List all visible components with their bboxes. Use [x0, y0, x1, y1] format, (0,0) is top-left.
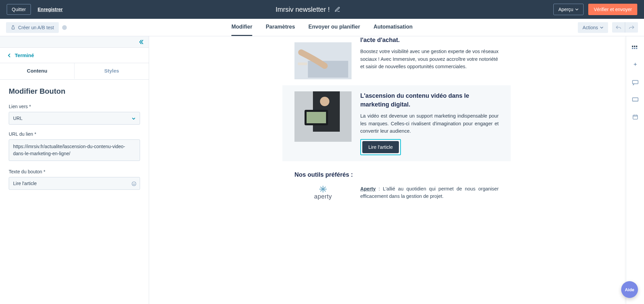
block2-body: La vidéo est devenue un support marketin…	[360, 112, 499, 135]
email-block-social[interactable]: l'acte d'achat. Boostez votre visibilité…	[282, 36, 511, 85]
url-label: URL du lien *	[9, 131, 140, 137]
svg-rect-16	[636, 48, 637, 49]
url-input[interactable]: https://imrsiv.fr/actualite/lascension-d…	[9, 139, 140, 161]
button-text-input[interactable]	[9, 177, 140, 190]
svg-rect-13	[636, 46, 637, 47]
undo-redo-group	[612, 22, 638, 33]
comments-icon[interactable]	[632, 79, 639, 86]
email-block-video[interactable]: L'ascension du contenu vidéo dans le mar…	[282, 85, 511, 161]
panel-tab-styles[interactable]: Styles	[74, 63, 149, 79]
redo-button[interactable]	[625, 22, 638, 33]
modules-icon[interactable]	[632, 44, 639, 51]
read-article-button[interactable]: Lire l'article	[362, 141, 399, 153]
panel-tab-contenu[interactable]: Contenu	[0, 63, 74, 79]
aperty-description: Aperty : L'allié au quotidien qui permet…	[360, 185, 499, 200]
svg-rect-18	[632, 98, 638, 101]
collapse-panel-icon[interactable]	[139, 38, 144, 45]
block-image-camera	[294, 91, 352, 142]
sparkle-icon[interactable]	[632, 61, 639, 69]
top-bar: Quitter Enregistrer Imrsiv newsletter ! …	[0, 0, 644, 19]
svg-rect-9	[307, 112, 326, 123]
tab-automatisation[interactable]: Automatisation	[373, 19, 412, 36]
block-image-keyboard	[294, 42, 352, 79]
right-rail	[626, 36, 644, 304]
help-button[interactable]: Aide	[621, 281, 638, 298]
undo-button[interactable]	[612, 22, 625, 33]
svg-rect-14	[632, 48, 633, 49]
email-canvas[interactable]: l'acte d'achat. Boostez votre visibilité…	[149, 36, 644, 304]
svg-point-10	[320, 97, 329, 106]
info-icon[interactable]	[62, 25, 67, 30]
done-button[interactable]: Terminé	[0, 48, 149, 63]
svg-rect-11	[632, 46, 633, 47]
quit-button[interactable]: Quitter	[7, 4, 31, 15]
chevron-down-icon	[132, 116, 136, 121]
svg-point-0	[132, 182, 136, 186]
svg-rect-4	[308, 61, 348, 78]
verify-send-button[interactable]: Vérifier et envoyer	[588, 4, 637, 15]
svg-rect-19	[633, 115, 638, 119]
edit-title-icon[interactable]	[334, 6, 340, 13]
create-ab-test-button[interactable]: Créer un A/B test	[6, 22, 59, 33]
link-to-label: Lien vers *	[9, 104, 140, 109]
svg-point-2	[135, 183, 135, 183]
block1-body: Boostez votre visibilité avec une gestio…	[360, 48, 499, 70]
svg-rect-15	[634, 48, 635, 49]
button-text-label: Texte du bouton *	[9, 169, 140, 174]
tab-modifier[interactable]: Modifier	[231, 19, 252, 36]
svg-point-1	[133, 183, 134, 183]
sub-bar: Créer un A/B test Modifier Paramètres En…	[0, 19, 644, 36]
selected-button-module[interactable]: Lire l'article	[360, 139, 401, 155]
svg-rect-17	[632, 80, 638, 84]
tools-heading: Nos outils préférés :	[294, 171, 499, 178]
save-link[interactable]: Enregistrer	[38, 7, 63, 12]
left-panel: Terminé Contenu Styles Modifier Bouton L…	[0, 36, 149, 304]
aperty-logo: aperty	[294, 185, 352, 200]
tab-envoyer[interactable]: Envoyer ou planifier	[309, 19, 360, 36]
device-icon[interactable]	[632, 96, 639, 103]
email-block-tools[interactable]: Nos outils préférés : aperty Aperty : L'…	[282, 161, 511, 204]
svg-rect-12	[634, 46, 635, 47]
preview-button[interactable]: Aperçu	[553, 4, 584, 15]
svg-rect-5	[298, 62, 307, 65]
calendar-icon[interactable]	[632, 113, 638, 120]
link-to-select[interactable]: URL	[9, 112, 140, 125]
block1-heading-partial: l'acte d'achat.	[360, 36, 499, 44]
tab-parametres[interactable]: Paramètres	[266, 19, 295, 36]
panel-heading: Modifier Bouton	[9, 87, 140, 96]
block2-heading: L'ascension du contenu vidéo dans le mar…	[360, 91, 499, 109]
actions-dropdown[interactable]: Actions	[578, 22, 608, 33]
email-title: Imrsiv newsletter !	[276, 6, 330, 13]
main-tabs: Modifier Paramètres Envoyer ou planifier…	[231, 19, 413, 36]
emoji-icon[interactable]	[131, 180, 137, 186]
chevron-left-icon	[7, 53, 11, 57]
